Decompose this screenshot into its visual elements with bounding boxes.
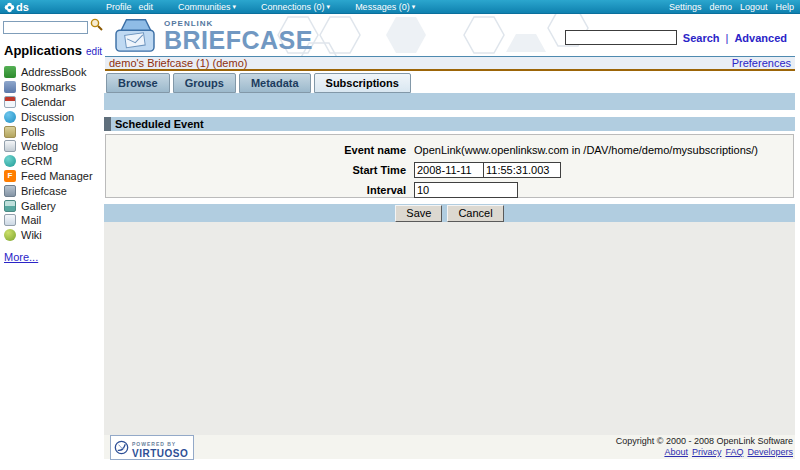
sidebar-item-label: Discussion [21,111,74,123]
sidebar-heading: Applicationsedit [0,32,103,65]
virtuoso-badge-text: POWERED BY VIRTUOSO [132,437,188,458]
sidebar-item-label: Feed Manager [21,170,93,182]
virtuoso-badge[interactable]: POWERED BY VIRTUOSO [110,435,194,460]
briefcase-banner: OPENLINK BRIEFCASE Search | Advanced [103,14,800,56]
sidebar-search-row [0,14,103,32]
polls-icon [4,126,16,138]
applications-edit-link[interactable]: edit [86,46,102,57]
sidebar-item-wiki[interactable]: Wiki [4,228,103,243]
topbar-profile-edit[interactable]: edit [139,2,154,12]
sidebar-item-discussion[interactable]: Discussion [4,109,103,124]
sidebar-item-label: Weblog [21,140,58,152]
topbar-messages[interactable]: Messages (0) ▾ [355,2,415,12]
sidebar-item-label: Mail [21,214,41,226]
banner-search-area: Search | Advanced [565,30,787,45]
breadcrumb-title[interactable]: demo's Briefcase (1) (demo) [109,57,247,69]
sidebar-item-mail[interactable]: Mail [4,213,103,228]
top-navigation-bar: ds Profile edit Communities ▾ Connection… [0,0,800,14]
topbar-messages-label: Messages (0) [355,2,410,12]
topbar-logout[interactable]: Logout [740,2,768,12]
gallery-icon [4,200,16,212]
topbar-profile[interactable]: Profile [106,2,132,12]
breadcrumb: demo's Briefcase (1) (demo) Preferences [105,56,795,71]
global-search-input[interactable] [565,30,677,45]
footer-link-faq[interactable]: FAQ [725,447,743,458]
section-title: Scheduled Event [115,118,204,130]
sidebar-more-link[interactable]: More... [4,251,38,263]
sidebar-search-input[interactable] [3,21,88,34]
sidebar-item-weblog[interactable]: Weblog [4,139,103,154]
sidebar-item-label: eCRM [21,155,52,167]
sidebar-item-addressbook[interactable]: AddressBook [4,65,103,80]
ecrm-icon [4,155,16,167]
ods-briefcase-app: ds Profile edit Communities ▾ Connection… [0,0,800,470]
start-date-input[interactable] [414,162,484,178]
page-footer: POWERED BY VIRTUOSO Copyright © 2000 - 2… [104,435,795,459]
chevron-down-icon: ▾ [327,3,331,11]
event-name-row: Event name OpenLink(www.openlinksw.com i… [106,141,793,158]
sidebar-item-bookmarks[interactable]: Bookmarks [4,80,103,95]
sidebar-item-label: Bookmarks [21,81,76,93]
topbar-communities[interactable]: Communities ▾ [178,2,236,12]
briefcase-icon [4,185,16,197]
weblog-icon [4,140,16,152]
topbar-connections[interactable]: Connections (0) ▾ [261,2,330,12]
sidebar-item-polls[interactable]: Polls [4,124,103,139]
sidebar-item-calendar[interactable]: Calendar [4,95,103,110]
sidebar-item-label: Calendar [21,96,66,108]
copyright-text: Copyright © 2000 - 2008 OpenLink Softwar… [616,436,793,446]
calendar-icon [4,96,16,108]
feed-manager-icon: F [4,170,16,182]
tab-metadata[interactable]: Metadata [239,73,311,93]
briefcase-logo-icon [112,16,158,54]
topbar-help[interactable]: Help [775,2,794,12]
preferences-link[interactable]: Preferences [732,57,791,69]
topbar-right-menu: Settings demo Logout Help [669,2,794,12]
topbar-user-demo[interactable]: demo [709,2,732,12]
powered-by-label: POWERED BY [132,441,176,447]
brand-briefcase: BRIEFCASE [164,28,313,53]
applications-title: Applications [4,43,82,58]
brand-text: OPENLINK BRIEFCASE [164,16,313,53]
tab-browse[interactable]: Browse [106,73,170,93]
cancel-button[interactable]: Cancel [447,205,503,222]
event-name-label: Event name [106,144,406,156]
ods-flower-icon [4,2,15,13]
hexagon-pattern [268,14,598,56]
sidebar-item-label: Gallery [21,200,56,212]
tab-groups[interactable]: Groups [173,73,236,93]
start-time-label: Start Time [106,164,406,176]
start-time-row: Start Time [106,161,793,178]
sidebar-item-gallery[interactable]: Gallery [4,198,103,213]
content-background [104,222,795,435]
scheduled-event-header: Scheduled Event [104,117,795,131]
footer-link-developers[interactable]: Developers [747,447,793,458]
footer-link-privacy[interactable]: Privacy [692,447,722,458]
mail-icon [4,214,16,226]
topbar-communities-label: Communities [178,2,231,12]
sidebar-item-feed-manager[interactable]: FFeed Manager [4,169,103,184]
interval-input[interactable] [414,182,518,198]
topbar-left-menu: Profile edit Communities ▾ Connections (… [106,2,415,12]
ods-logo[interactable]: ds [4,1,29,13]
sidebar-item-ecrm[interactable]: eCRM [4,154,103,169]
sidebar-item-briefcase[interactable]: Briefcase [4,183,103,198]
ods-logo-text: ds [16,1,29,13]
footer-links: About Privacy FAQ Developers [664,447,793,458]
footer-link-about[interactable]: About [664,447,688,458]
wiki-icon [4,229,16,241]
sidebar-item-label: Wiki [21,229,42,241]
bookmarks-icon [4,81,16,93]
start-time-input[interactable] [483,162,561,178]
search-separator: | [726,32,729,44]
advanced-search-link[interactable]: Advanced [734,32,787,44]
tab-subscriptions[interactable]: Subscriptions [314,73,411,93]
form-actions: Save Cancel [104,204,795,222]
briefcase-brand[interactable]: OPENLINK BRIEFCASE [112,16,313,54]
topbar-settings[interactable]: Settings [669,2,702,12]
save-button[interactable]: Save [395,205,442,222]
topbar-connections-label: Connections (0) [261,2,325,12]
search-link[interactable]: Search [683,32,720,44]
search-icon[interactable] [90,18,103,31]
sidebar-item-label: Polls [21,126,45,138]
